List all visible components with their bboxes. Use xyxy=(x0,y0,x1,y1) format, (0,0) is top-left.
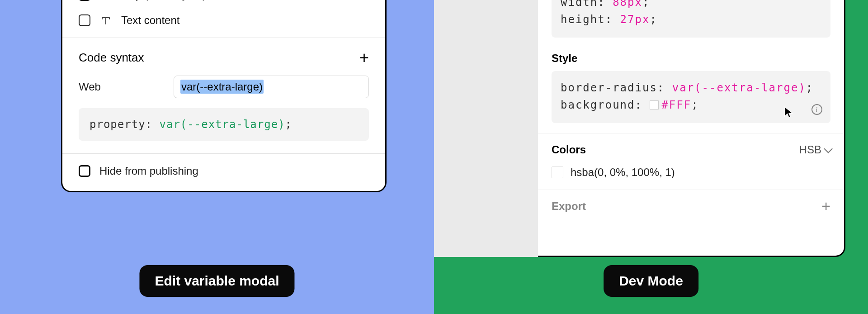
info-icon[interactable]: i xyxy=(811,104,822,115)
option-gap[interactable]: Gap (Auto layout) xyxy=(79,0,369,8)
option-gap-sub: (Auto layout) xyxy=(145,0,206,1)
colors-heading: Colors xyxy=(552,143,586,156)
left-panel: Gap (Auto layout) Text content Code synt… xyxy=(0,0,434,314)
checkbox-hide-publishing[interactable] xyxy=(79,165,90,177)
style-code-block[interactable]: border-radius: var(--extra-large); backg… xyxy=(552,71,830,123)
preview-prop: property xyxy=(90,118,146,131)
css-bg-val: #FFF xyxy=(661,99,691,111)
canvas-bg xyxy=(434,0,538,257)
code-syntax-preview: property: var(--extra-large); xyxy=(79,108,369,141)
add-export-button[interactable]: + xyxy=(821,202,830,210)
css-width-val: 88px xyxy=(613,0,642,9)
color-mode-dropdown[interactable]: HSB xyxy=(799,143,830,156)
export-section-header: Export + xyxy=(538,190,844,223)
css-bg-key: background xyxy=(561,99,635,111)
preview-value: var(--extra-large) xyxy=(160,118,285,131)
css-width-key: width xyxy=(561,0,598,9)
export-heading: Export xyxy=(552,200,586,213)
hide-from-publishing-label: Hide from publishing xyxy=(99,165,198,177)
code-syntax-heading: Code syntax xyxy=(79,51,144,65)
checkbox-gap[interactable] xyxy=(79,0,90,1)
add-code-syntax-button[interactable]: + xyxy=(359,54,369,62)
text-icon xyxy=(99,15,112,25)
bg-swatch-icon xyxy=(650,100,659,109)
web-syntax-value: var(--extra-large) xyxy=(180,80,264,94)
css-radius-fn: var xyxy=(672,81,694,94)
color-value: hsba(0, 0%, 100%, 1) xyxy=(571,166,675,179)
hide-from-publishing-row[interactable]: Hide from publishing xyxy=(62,154,385,191)
colors-section-header: Colors HSB xyxy=(538,133,844,166)
left-caption: Edit variable modal xyxy=(139,265,294,297)
dev-mode-inspector: width: 88px; height: 27px; Style border-… xyxy=(538,0,845,257)
css-radius-arg: --extra-large xyxy=(702,81,799,94)
code-syntax-header: Code syntax + xyxy=(62,38,385,71)
color-swatch-icon xyxy=(552,167,563,178)
option-gap-label: Gap xyxy=(121,0,142,1)
size-code-block[interactable]: width: 88px; height: 27px; xyxy=(552,0,830,38)
option-text-label: Text content xyxy=(121,14,179,27)
css-radius-key: border-radius xyxy=(561,81,657,94)
option-text-content[interactable]: Text content xyxy=(79,8,369,33)
color-mode-label: HSB xyxy=(799,143,821,156)
chevron-down-icon xyxy=(824,144,833,153)
css-height-val: 27px xyxy=(620,13,650,26)
web-label: Web xyxy=(79,81,174,93)
checkbox-text[interactable] xyxy=(79,14,90,26)
web-syntax-input[interactable]: var(--extra-large) xyxy=(174,76,369,98)
color-value-row[interactable]: hsba(0, 0%, 100%, 1) xyxy=(538,166,844,190)
css-height-key: height xyxy=(561,13,605,26)
style-heading: Style xyxy=(538,48,844,71)
right-panel: width: 88px; height: 27px; Style border-… xyxy=(434,0,868,314)
right-caption: Dev Mode xyxy=(604,265,698,297)
edit-variable-modal: Gap (Auto layout) Text content Code synt… xyxy=(61,0,387,192)
